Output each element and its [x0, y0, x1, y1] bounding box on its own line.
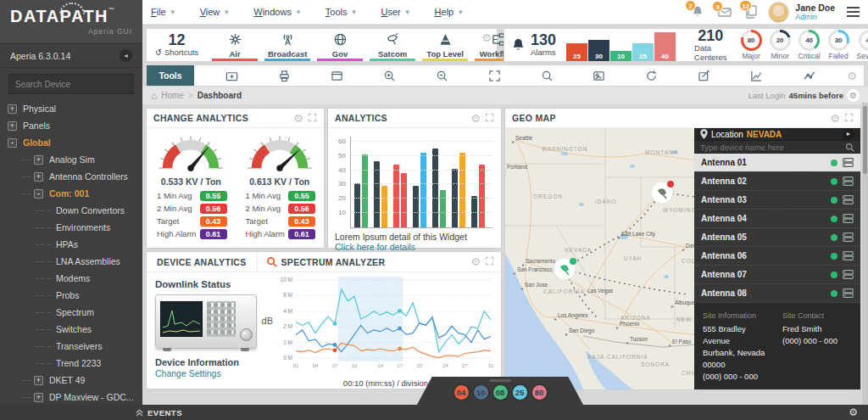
menu-tools[interactable]: Tools▼ [326, 7, 358, 17]
geo-map-expand-icon[interactable] [844, 113, 854, 124]
tray-handle[interactable] [489, 379, 511, 382]
device-server-icon[interactable] [843, 270, 854, 279]
device-analytics-tab[interactable]: DEVICE ANALYTICS [147, 252, 258, 272]
tree-item-global[interactable]: -Global [0, 134, 142, 151]
tree-item-dket-49[interactable]: +DKET 49 [0, 372, 142, 389]
menu-view[interactable]: View▼ [200, 7, 231, 17]
antenna-row-antenna-07[interactable]: Antenna 07 [694, 266, 860, 284]
hamburger-menu-icon[interactable] [847, 4, 860, 20]
tree-item-switches[interactable]: Switches [0, 321, 142, 338]
events-settings-gear-icon[interactable]: ⚙ [849, 406, 858, 418]
tree-item-com-001[interactable]: -Com: 001 [0, 185, 142, 202]
events-toggle[interactable]: EVENTS [136, 408, 182, 417]
mail-notification[interactable]: 3 [718, 6, 732, 18]
menu-help[interactable]: Help▼ [435, 7, 465, 17]
shortcut-gov[interactable]: Gov [314, 29, 366, 61]
menu-user[interactable]: User▼ [381, 7, 410, 17]
bar[interactable] [354, 183, 360, 227]
tree-item-modems[interactable]: Modems [0, 270, 142, 287]
device-search-input[interactable] [15, 80, 127, 89]
ring-major[interactable]: 80Major [741, 30, 762, 60]
tree-item-probs[interactable]: Probs [0, 287, 142, 304]
bar[interactable] [459, 153, 465, 227]
tree-item-lna-assemblies[interactable]: LNA Assemblies [0, 253, 142, 270]
tree-item-down-convertors[interactable]: Down Convertors [0, 202, 142, 219]
line-chart-icon[interactable] [750, 70, 763, 82]
ring-severity[interactable]: 40Severity [857, 30, 868, 60]
print-icon[interactable] [278, 70, 291, 82]
menu-windows[interactable]: Windows▼ [253, 7, 302, 17]
collapse-toggle-icon[interactable]: - [34, 189, 43, 199]
device-search[interactable] [8, 74, 134, 94]
geo-map-gear-icon[interactable]: ⚙ [830, 113, 840, 124]
expand-toggle-icon[interactable]: + [34, 172, 43, 182]
edit-icon[interactable] [698, 70, 710, 82]
shortcut-broadcast[interactable]: Broadcast [261, 29, 314, 61]
antenna-row-antenna-04[interactable]: Antenna 04 [694, 210, 860, 228]
zoom-in-icon[interactable] [383, 70, 396, 82]
tree-item-spectrum[interactable]: Spectrum [0, 304, 142, 321]
sidebar-collapse-button[interactable]: ◄ [120, 49, 132, 62]
shortcut-top-level[interactable]: Top Level [419, 29, 471, 61]
bar[interactable] [420, 153, 426, 227]
device-server-icon[interactable] [843, 232, 854, 242]
vertical-scrollbar[interactable] [862, 103, 868, 405]
device-name-search[interactable] [694, 140, 860, 154]
bar[interactable] [393, 165, 399, 227]
new-window-icon[interactable] [225, 70, 238, 82]
antenna-row-antenna-08[interactable]: Antenna 08 [694, 284, 860, 303]
event-count-badge[interactable]: 25 [511, 384, 529, 401]
bar[interactable] [374, 161, 380, 227]
device-server-icon[interactable] [843, 158, 854, 167]
breadcrumb-settings-gear-icon[interactable]: ⚙ [847, 89, 860, 102]
expand-icon[interactable] [488, 70, 501, 82]
scrollbar-thumb[interactable] [863, 106, 867, 174]
change-analytics-expand-icon[interactable] [308, 113, 317, 124]
change-analytics-gear-icon[interactable]: ⚙ [293, 113, 303, 124]
event-count-badge[interactable]: 04 [453, 384, 470, 401]
bar[interactable] [401, 173, 407, 227]
reports-notification[interactable]: 12 [745, 5, 758, 19]
tree-item-dp-maxview-gdc[interactable]: +DP Maxview - GDC... [0, 389, 142, 406]
shortcut-air[interactable]: Air [209, 29, 261, 61]
device-analytics-gear-icon[interactable]: ⚙ [470, 256, 481, 267]
scatter-line-icon[interactable] [803, 70, 815, 82]
expand-toggle-icon[interactable]: + [8, 104, 17, 114]
device-analytics-expand-icon[interactable] [485, 256, 494, 267]
tree-item-physical[interactable]: +Physical [0, 100, 142, 117]
antenna-row-antenna-02[interactable]: Antenna 02 [694, 172, 860, 191]
search-icon[interactable] [845, 143, 854, 152]
menu-file[interactable]: File▼ [151, 7, 176, 17]
alarms-count[interactable]: 130 Alarms [504, 33, 565, 57]
collapse-toggle-icon[interactable]: - [8, 138, 17, 148]
change-settings-link[interactable]: Change Settings [155, 368, 262, 378]
tree-item-antenna-controllers[interactable]: +Antenna Controllers [0, 168, 142, 185]
tree-item-trend-2233[interactable]: Trend 2233 [0, 355, 142, 372]
antenna-row-antenna-01[interactable]: Antenna 01 [694, 154, 860, 172]
tree-item-environments[interactable]: Environments [0, 219, 142, 236]
tree-item-panels[interactable]: +Panels [0, 117, 142, 134]
shortcuts-count[interactable]: 12 ↺Shortcuts [147, 33, 209, 57]
tools-button[interactable]: Tools [147, 65, 194, 86]
events-tray[interactable]: 0410082580 [417, 377, 583, 405]
expand-toggle-icon[interactable]: + [8, 121, 17, 131]
alarm-bar[interactable]: 10 [610, 51, 632, 61]
alarm-bar[interactable]: 40 [654, 32, 676, 61]
tree-item-analog-sim[interactable]: +Analog Sim [0, 151, 142, 168]
alarm-bar[interactable]: 25 [566, 43, 587, 61]
zoom-out-icon[interactable] [436, 70, 448, 82]
window-icon[interactable] [331, 70, 343, 82]
ring-failed[interactable]: 30Failed [828, 30, 849, 60]
image-search-icon[interactable] [593, 70, 605, 82]
bar[interactable] [413, 186, 419, 227]
device-name-search-input[interactable] [700, 143, 845, 152]
ring-critical[interactable]: 40Critical [798, 30, 821, 60]
tree-item-transeivers[interactable]: Transeivers [0, 338, 142, 355]
shortcuts-settings-gear-icon[interactable]: ⚙ [481, 32, 492, 43]
device-server-icon[interactable] [843, 195, 854, 204]
expand-toggle-icon[interactable]: + [34, 376, 43, 385]
alarm-bar[interactable]: 25 [632, 43, 654, 61]
ring-minor[interactable]: 20Minor [770, 30, 791, 60]
bar[interactable] [440, 190, 446, 227]
user-avatar[interactable] [768, 2, 789, 23]
